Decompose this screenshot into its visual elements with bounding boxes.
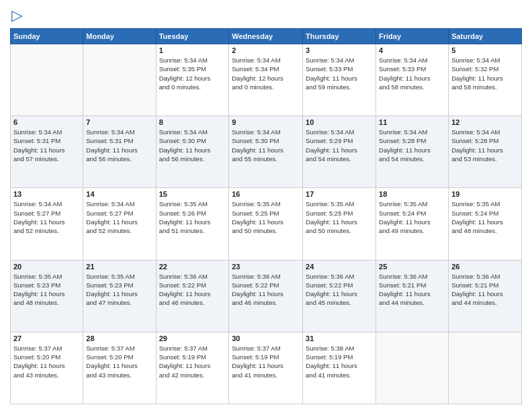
- day-number: 26: [451, 263, 519, 271]
- calendar-cell: 19Sunrise: 5:35 AMSunset: 5:24 PMDayligh…: [449, 188, 522, 260]
- day-number: 30: [232, 334, 300, 342]
- calendar-cell: 8Sunrise: 5:34 AMSunset: 5:30 PMDaylight…: [156, 116, 229, 188]
- calendar-cell: 16Sunrise: 5:35 AMSunset: 5:25 PMDayligh…: [229, 188, 303, 260]
- day-detail: Sunrise: 5:37 AMSunset: 5:20 PMDaylight:…: [86, 344, 152, 379]
- calendar-cell: 14Sunrise: 5:34 AMSunset: 5:27 PMDayligh…: [83, 188, 156, 260]
- day-detail: Sunrise: 5:34 AMSunset: 5:33 PMDaylight:…: [306, 56, 373, 91]
- calendar-cell: [83, 44, 156, 116]
- day-detail: Sunrise: 5:34 AMSunset: 5:33 PMDaylight:…: [379, 56, 445, 91]
- calendar-cell: 5Sunrise: 5:34 AMSunset: 5:32 PMDaylight…: [449, 44, 522, 116]
- day-header-thursday: Thursday: [303, 29, 376, 44]
- day-number: 7: [86, 118, 152, 126]
- day-detail: Sunrise: 5:35 AMSunset: 5:25 PMDaylight:…: [306, 199, 373, 235]
- calendar: SundayMondayTuesdayWednesdayThursdayFrid…: [10, 28, 522, 404]
- day-detail: Sunrise: 5:35 AMSunset: 5:24 PMDaylight:…: [379, 199, 445, 235]
- calendar-header-row: SundayMondayTuesdayWednesdayThursdayFrid…: [11, 29, 522, 44]
- day-detail: Sunrise: 5:34 AMSunset: 5:32 PMDaylight:…: [451, 56, 519, 91]
- day-number: 2: [232, 46, 300, 54]
- calendar-cell: 31Sunrise: 5:38 AMSunset: 5:19 PMDayligh…: [303, 332, 376, 404]
- day-detail: Sunrise: 5:34 AMSunset: 5:31 PMDaylight:…: [13, 128, 80, 163]
- day-number: 9: [232, 118, 300, 126]
- day-detail: Sunrise: 5:35 AMSunset: 5:26 PMDaylight:…: [159, 199, 226, 235]
- day-number: 3: [306, 46, 373, 54]
- day-detail: Sunrise: 5:38 AMSunset: 5:19 PMDaylight:…: [306, 344, 373, 379]
- calendar-cell: [376, 332, 449, 404]
- day-number: 11: [379, 118, 445, 126]
- day-number: 21: [86, 263, 152, 271]
- calendar-cell: 29Sunrise: 5:37 AMSunset: 5:19 PMDayligh…: [156, 332, 229, 404]
- day-number: 27: [13, 334, 80, 342]
- day-number: 5: [451, 46, 519, 54]
- day-header-friday: Friday: [376, 29, 449, 44]
- day-number: 24: [306, 263, 373, 271]
- day-number: 13: [13, 190, 80, 198]
- day-header-monday: Monday: [83, 29, 156, 44]
- calendar-cell: 10Sunrise: 5:34 AMSunset: 5:29 PMDayligh…: [303, 116, 376, 188]
- day-detail: Sunrise: 5:34 AMSunset: 5:30 PMDaylight:…: [232, 128, 300, 163]
- day-detail: Sunrise: 5:36 AMSunset: 5:22 PMDaylight:…: [232, 272, 300, 308]
- day-number: 12: [451, 118, 519, 126]
- calendar-week-row: 20Sunrise: 5:35 AMSunset: 5:23 PMDayligh…: [11, 260, 522, 332]
- day-detail: Sunrise: 5:34 AMSunset: 5:28 PMDaylight:…: [379, 128, 445, 163]
- day-header-sunday: Sunday: [11, 29, 83, 44]
- day-detail: Sunrise: 5:34 AMSunset: 5:28 PMDaylight:…: [451, 128, 519, 163]
- calendar-cell: 3Sunrise: 5:34 AMSunset: 5:33 PMDaylight…: [303, 44, 376, 116]
- day-detail: Sunrise: 5:36 AMSunset: 5:21 PMDaylight:…: [379, 272, 445, 308]
- day-number: 1: [159, 46, 226, 54]
- calendar-cell: 7Sunrise: 5:34 AMSunset: 5:31 PMDaylight…: [83, 116, 156, 188]
- day-number: 14: [86, 190, 152, 198]
- calendar-week-row: 13Sunrise: 5:34 AMSunset: 5:27 PMDayligh…: [11, 188, 522, 260]
- day-number: 20: [13, 263, 80, 271]
- day-number: 22: [159, 263, 226, 271]
- calendar-cell: 22Sunrise: 5:36 AMSunset: 5:22 PMDayligh…: [156, 260, 229, 332]
- day-number: 23: [232, 263, 300, 271]
- day-number: 10: [306, 118, 373, 126]
- day-detail: Sunrise: 5:34 AMSunset: 5:31 PMDaylight:…: [86, 128, 152, 163]
- header: ▷: [10, 7, 522, 24]
- calendar-cell: 11Sunrise: 5:34 AMSunset: 5:28 PMDayligh…: [376, 116, 449, 188]
- day-detail: Sunrise: 5:35 AMSunset: 5:25 PMDaylight:…: [232, 199, 300, 235]
- day-detail: Sunrise: 5:37 AMSunset: 5:19 PMDaylight:…: [159, 344, 226, 379]
- day-number: 15: [159, 190, 226, 198]
- day-number: 25: [379, 263, 445, 271]
- calendar-week-row: 27Sunrise: 5:37 AMSunset: 5:20 PMDayligh…: [11, 332, 522, 404]
- calendar-cell: 9Sunrise: 5:34 AMSunset: 5:30 PMDaylight…: [229, 116, 303, 188]
- day-header-wednesday: Wednesday: [229, 29, 303, 44]
- calendar-cell: 4Sunrise: 5:34 AMSunset: 5:33 PMDaylight…: [376, 44, 449, 116]
- calendar-week-row: 6Sunrise: 5:34 AMSunset: 5:31 PMDaylight…: [11, 116, 522, 188]
- calendar-cell: 25Sunrise: 5:36 AMSunset: 5:21 PMDayligh…: [376, 260, 449, 332]
- day-detail: Sunrise: 5:37 AMSunset: 5:19 PMDaylight:…: [232, 344, 300, 379]
- logo-bird-icon: ▷: [11, 7, 23, 24]
- day-detail: Sunrise: 5:37 AMSunset: 5:20 PMDaylight:…: [13, 344, 80, 379]
- day-number: 18: [379, 190, 445, 198]
- day-number: 31: [306, 334, 373, 342]
- day-header-tuesday: Tuesday: [156, 29, 229, 44]
- day-header-saturday: Saturday: [449, 29, 522, 44]
- calendar-cell: 23Sunrise: 5:36 AMSunset: 5:22 PMDayligh…: [229, 260, 303, 332]
- day-detail: Sunrise: 5:36 AMSunset: 5:21 PMDaylight:…: [451, 272, 519, 308]
- calendar-cell: 20Sunrise: 5:35 AMSunset: 5:23 PMDayligh…: [11, 260, 83, 332]
- day-detail: Sunrise: 5:35 AMSunset: 5:24 PMDaylight:…: [451, 199, 519, 235]
- calendar-cell: [449, 332, 522, 404]
- day-number: 6: [13, 118, 80, 126]
- day-detail: Sunrise: 5:35 AMSunset: 5:23 PMDaylight:…: [13, 272, 80, 308]
- calendar-cell: 18Sunrise: 5:35 AMSunset: 5:24 PMDayligh…: [376, 188, 449, 260]
- calendar-week-row: 1Sunrise: 5:34 AMSunset: 5:35 PMDaylight…: [11, 44, 522, 116]
- calendar-cell: 26Sunrise: 5:36 AMSunset: 5:21 PMDayligh…: [449, 260, 522, 332]
- day-detail: Sunrise: 5:34 AMSunset: 5:29 PMDaylight:…: [306, 128, 373, 163]
- day-number: 17: [306, 190, 373, 198]
- day-detail: Sunrise: 5:34 AMSunset: 5:34 PMDaylight:…: [232, 56, 300, 91]
- day-detail: Sunrise: 5:34 AMSunset: 5:27 PMDaylight:…: [86, 199, 152, 235]
- day-number: 4: [379, 46, 445, 54]
- logo: ▷: [10, 7, 23, 24]
- calendar-cell: 12Sunrise: 5:34 AMSunset: 5:28 PMDayligh…: [449, 116, 522, 188]
- calendar-cell: 27Sunrise: 5:37 AMSunset: 5:20 PMDayligh…: [11, 332, 83, 404]
- calendar-cell: 13Sunrise: 5:34 AMSunset: 5:27 PMDayligh…: [11, 188, 83, 260]
- day-detail: Sunrise: 5:34 AMSunset: 5:30 PMDaylight:…: [159, 128, 226, 163]
- calendar-cell: 1Sunrise: 5:34 AMSunset: 5:35 PMDaylight…: [156, 44, 229, 116]
- day-detail: Sunrise: 5:34 AMSunset: 5:35 PMDaylight:…: [159, 56, 226, 91]
- day-number: 16: [232, 190, 300, 198]
- calendar-cell: 30Sunrise: 5:37 AMSunset: 5:19 PMDayligh…: [229, 332, 303, 404]
- day-detail: Sunrise: 5:35 AMSunset: 5:23 PMDaylight:…: [86, 272, 152, 308]
- calendar-cell: 6Sunrise: 5:34 AMSunset: 5:31 PMDaylight…: [11, 116, 83, 188]
